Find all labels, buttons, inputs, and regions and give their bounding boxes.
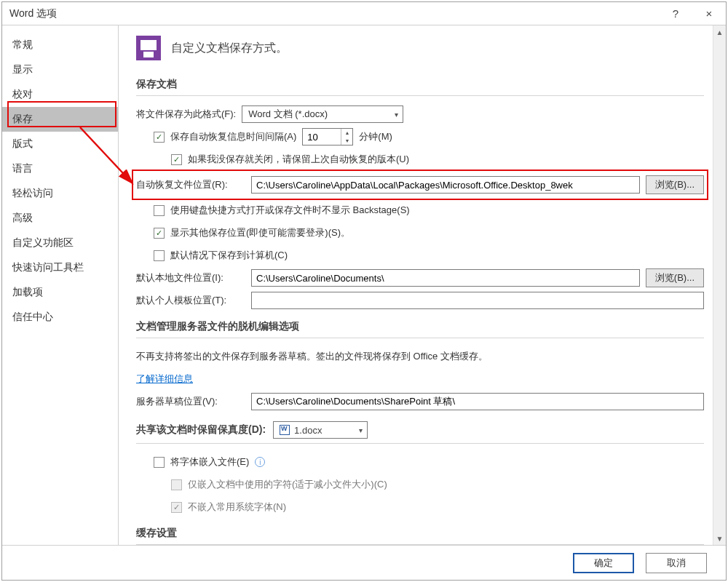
default-local-input[interactable] [251,269,640,287]
fidelity-document-value: 1.docx [294,425,322,436]
sidebar-item-general[interactable]: 常规 [2,33,118,57]
window-title: Word 选项 [9,7,659,20]
autorecover-checkbox[interactable]: ✓ [154,132,165,143]
vertical-scrollbar[interactable]: ▲ ▼ [713,25,726,545]
save-format-select[interactable]: Word 文档 (*.docx) [242,105,403,123]
format-label: 将文件保存为此格式(F): [136,108,236,121]
content-pane: 自定义文档保存方式。 保存文档 将文件保存为此格式(F): Word 文档 (*… [119,25,713,545]
sidebar-item-layout[interactable]: 版式 [2,132,118,156]
scroll-down-icon[interactable]: ▼ [713,532,726,545]
titlebar: Word 选项 ? × [2,2,726,25]
hide-backstage-checkbox[interactable] [154,205,165,216]
embed-used-chars-label: 仅嵌入文档中使用的字符(适于减小文件大小)(C) [188,478,387,491]
close-button[interactable]: × [692,2,726,25]
embed-fonts-label: 将字体嵌入文件(E) [170,455,249,469]
autorecover-location-input[interactable] [251,176,640,194]
help-button[interactable]: ? [659,2,692,25]
sidebar-item-advanced[interactable]: 高级 [2,206,118,231]
offline-learn-more-link[interactable]: 了解详细信息 [136,372,193,386]
offline-desc: 不再支持将签出的文件保存到服务器草稿。签出的文件现将保存到 Office 文档缓… [136,350,488,363]
keep-last-version-checkbox[interactable]: ✓ [171,154,182,165]
cancel-button[interactable]: 取消 [646,553,707,573]
show-other-locations-label: 显示其他保存位置(即使可能需要登录)(S)。 [170,226,350,239]
server-draft-input[interactable] [251,393,704,410]
default-local-label: 默认本地文件位置(I): [136,271,245,284]
default-template-input[interactable] [251,292,704,309]
autorecover-label: 保存自动恢复信息时间间隔(A) [170,130,296,143]
autorecover-browse-button[interactable]: 浏览(B)... [646,175,704,194]
embed-used-chars-checkbox [171,479,182,490]
sidebar-item-save[interactable]: 保存 [2,107,118,132]
embed-nosys-checkbox: ✓ [171,502,182,513]
dialog-footer: 确定 取消 [2,545,726,580]
section-fidelity: 共享该文档时保留保真度(D): 1.docx [136,417,704,444]
sidebar-item-language[interactable]: 语言 [2,156,118,181]
default-local-browse-button[interactable]: 浏览(B)... [646,268,704,287]
embed-fonts-checkbox[interactable] [154,457,165,468]
show-other-locations-checkbox[interactable]: ✓ [154,228,165,239]
spin-up-icon[interactable]: ▲ [341,129,352,137]
save-icon [136,36,161,60]
save-format-value: Word 文档 (*.docx) [248,108,328,121]
hide-backstage-label: 使用键盘快捷方式打开或保存文件时不显示 Backstage(S) [170,204,410,217]
fidelity-document-select[interactable]: 1.docx [273,421,368,439]
embed-nosys-label: 不嵌入常用系统字体(N) [188,501,286,514]
save-local-default-checkbox[interactable] [154,250,165,261]
autorecover-interval-input[interactable] [303,129,341,145]
autorecover-interval-stepper[interactable]: ▲▼ [302,128,353,146]
section-cache: 缓存设置 [136,522,704,545]
scroll-up-icon[interactable]: ▲ [713,25,726,39]
word-doc-icon [280,425,290,435]
sidebar-item-addins[interactable]: 加载项 [2,280,118,305]
sidebar-item-customize-ribbon[interactable]: 自定义功能区 [2,231,118,255]
server-draft-label: 服务器草稿位置(V): [136,395,245,408]
section-fidelity-label: 共享该文档时保留保真度(D): [136,423,266,436]
sidebar-item-quick-access[interactable]: 快速访问工具栏 [2,255,118,280]
page-title: 自定义文档保存方式。 [171,41,288,56]
keep-last-version-label: 如果我没保存就关闭，请保留上次自动恢复的版本(U) [188,153,409,166]
autorecover-unit: 分钟(M) [359,130,392,143]
sidebar-item-proofing[interactable]: 校对 [2,82,118,107]
save-local-default-label: 默认情况下保存到计算机(C) [170,249,288,262]
info-icon[interactable]: i [255,457,265,467]
category-sidebar: 常规 显示 校对 保存 版式 语言 轻松访问 高级 自定义功能区 快速访问工具栏… [2,25,119,545]
sidebar-item-accessibility[interactable]: 轻松访问 [2,181,118,206]
sidebar-item-trust-center[interactable]: 信任中心 [2,305,118,330]
autorecover-location-label: 自动恢复文件位置(R): [136,178,245,191]
ok-button[interactable]: 确定 [573,553,634,573]
spin-down-icon[interactable]: ▼ [341,137,352,145]
default-template-label: 默认个人模板位置(T): [136,294,245,307]
sidebar-item-display[interactable]: 显示 [2,57,118,82]
section-save-documents: 保存文档 [136,73,704,96]
section-offline-editing: 文档管理服务器文件的脱机编辑选项 [136,316,704,338]
